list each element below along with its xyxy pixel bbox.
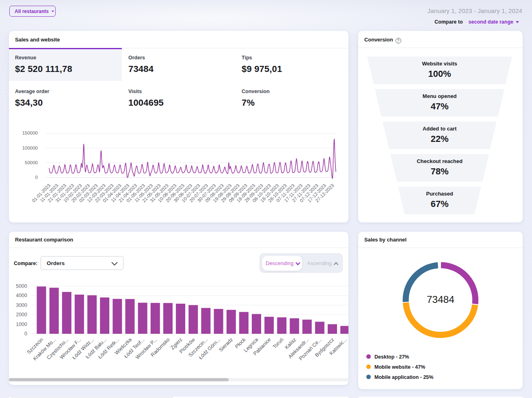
svg-text:Website visits: Website visits [422, 61, 457, 67]
svg-text:Mobile application - 25%: Mobile application - 25% [374, 374, 433, 380]
svg-text:Sieradz: Sieradz [218, 337, 234, 353]
svg-text:2000: 2000 [16, 312, 27, 318]
svg-text:73484: 73484 [427, 294, 454, 305]
svg-text:0: 0 [35, 175, 38, 180]
svg-text:22%: 22% [430, 134, 448, 144]
svg-text:Checkout reached: Checkout reached [417, 158, 463, 164]
svg-text:Toruń: Toruń [272, 337, 285, 350]
svg-text:47%: 47% [430, 101, 448, 111]
svg-text:100%: 100% [428, 69, 451, 79]
svg-text:Added to cart: Added to cart [423, 126, 457, 132]
svg-text:Mobile website - 47%: Mobile website - 47% [374, 364, 425, 370]
svg-text:67%: 67% [430, 199, 448, 209]
svg-text:Menu opened: Menu opened [423, 93, 457, 99]
svg-text:50000: 50000 [25, 160, 38, 165]
svg-text:78%: 78% [430, 166, 448, 176]
svg-text:5000: 5000 [16, 283, 27, 289]
svg-text:1000: 1000 [16, 322, 27, 327]
svg-text:0: 0 [24, 331, 27, 337]
svg-text:150000: 150000 [22, 130, 38, 135]
svg-text:Desktop - 27%: Desktop - 27% [374, 354, 409, 360]
svg-text:100000: 100000 [22, 146, 38, 150]
svg-text:4000: 4000 [16, 293, 27, 298]
svg-text:Purchased: Purchased [426, 191, 453, 197]
svg-text:3000: 3000 [16, 302, 27, 308]
